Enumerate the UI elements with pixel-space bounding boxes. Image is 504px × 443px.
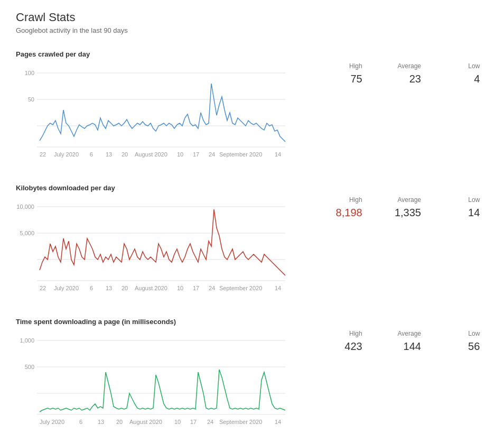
svg-text:24: 24 [209, 285, 215, 291]
svg-text:July 2020: July 2020 [40, 419, 64, 425]
kilobytes-section: Kilobytes downloaded per day 10,000 5,00… [16, 184, 488, 297]
pages-crawled-title: Pages crawled per day [16, 50, 488, 58]
svg-text:July 2020: July 2020 [54, 151, 79, 158]
time-high-value: 423 [320, 340, 362, 353]
time-section: Time spent downloading a page (in millis… [16, 318, 488, 430]
pages-crawled-stats: High 75 Average 23 Low 4 [291, 62, 488, 85]
svg-text:20: 20 [116, 419, 123, 425]
pages-high-stat: High 75 [320, 62, 362, 85]
svg-text:September 2020: September 2020 [219, 419, 262, 425]
kb-high-stat: High 8,198 [320, 196, 362, 219]
svg-text:14: 14 [275, 419, 281, 425]
kb-low-label: Low [437, 196, 480, 204]
svg-text:1,000: 1,000 [20, 337, 34, 344]
page-title: Crawl Stats [16, 11, 488, 24]
time-low-label: Low [437, 330, 480, 337]
time-high-label: High [320, 330, 362, 337]
svg-text:10: 10 [177, 151, 183, 158]
kilobytes-stats: High 8,198 Average 1,335 Low 14 [291, 196, 488, 219]
kb-high-value: 8,198 [320, 207, 362, 219]
svg-text:August 2020: August 2020 [129, 419, 162, 425]
svg-text:5,000: 5,000 [20, 230, 34, 236]
kb-average-label: Average [379, 196, 421, 204]
svg-text:50: 50 [28, 96, 34, 103]
svg-text:100: 100 [25, 70, 34, 76]
kb-average-value: 1,335 [379, 207, 421, 219]
pages-high-value: 75 [320, 73, 362, 85]
kilobytes-chart: 10,000 5,000 22 July 2020 6 13 20 August… [16, 196, 291, 297]
pages-average-value: 23 [379, 73, 421, 85]
svg-text:10: 10 [177, 285, 183, 291]
svg-text:13: 13 [106, 151, 112, 158]
svg-text:September 2020: September 2020 [219, 285, 262, 291]
svg-text:6: 6 [90, 285, 93, 291]
svg-text:14: 14 [275, 285, 281, 291]
pages-low-stat: Low 4 [437, 62, 480, 85]
svg-text:20: 20 [122, 151, 128, 158]
svg-text:17: 17 [193, 151, 199, 158]
time-average-label: Average [379, 330, 421, 337]
time-stats: High 423 Average 144 Low 56 [291, 330, 488, 353]
kb-average-stat: Average 1,335 [379, 196, 421, 219]
svg-text:10: 10 [174, 419, 181, 425]
time-average-stat: Average 144 [379, 330, 421, 353]
svg-text:August 2020: August 2020 [135, 151, 167, 158]
svg-text:14: 14 [275, 151, 281, 158]
svg-text:22: 22 [40, 151, 46, 158]
time-high-stat: High 423 [320, 330, 362, 353]
kb-low-value: 14 [437, 207, 480, 219]
time-title: Time spent downloading a page (in millis… [16, 318, 488, 326]
pages-average-label: Average [379, 62, 421, 70]
pages-crawled-chart: 100 50 22 July 2020 6 13 20 August 2020 … [16, 62, 291, 163]
svg-text:13: 13 [106, 285, 112, 291]
page-subtitle: Googlebot activity in the last 90 days [16, 26, 488, 34]
time-low-value: 56 [437, 340, 480, 353]
pages-crawled-section: Pages crawled per day 100 50 22 July 202… [16, 50, 488, 163]
pages-low-value: 4 [437, 73, 480, 85]
svg-text:6: 6 [79, 419, 82, 425]
svg-text:17: 17 [190, 419, 197, 425]
svg-text:24: 24 [209, 151, 215, 158]
time-chart: 1,000 500 July 2020 6 13 20 August 2020 … [16, 330, 291, 430]
svg-text:6: 6 [90, 151, 93, 158]
kb-high-label: High [320, 196, 362, 204]
svg-text:24: 24 [207, 419, 213, 425]
svg-text:500: 500 [25, 364, 34, 370]
svg-text:13: 13 [98, 419, 104, 425]
svg-text:August 2020: August 2020 [135, 285, 167, 291]
kilobytes-title: Kilobytes downloaded per day [16, 184, 488, 192]
svg-text:22: 22 [40, 285, 46, 291]
svg-text:17: 17 [193, 285, 199, 291]
pages-high-label: High [320, 62, 362, 70]
time-low-stat: Low 56 [437, 330, 480, 353]
kb-low-stat: Low 14 [437, 196, 480, 219]
svg-text:July 2020: July 2020 [54, 285, 79, 291]
pages-average-stat: Average 23 [379, 62, 421, 85]
svg-text:10,000: 10,000 [16, 204, 34, 210]
svg-text:September 2020: September 2020 [219, 151, 262, 158]
pages-low-label: Low [437, 62, 480, 70]
svg-text:20: 20 [122, 285, 128, 291]
time-average-value: 144 [379, 340, 421, 353]
